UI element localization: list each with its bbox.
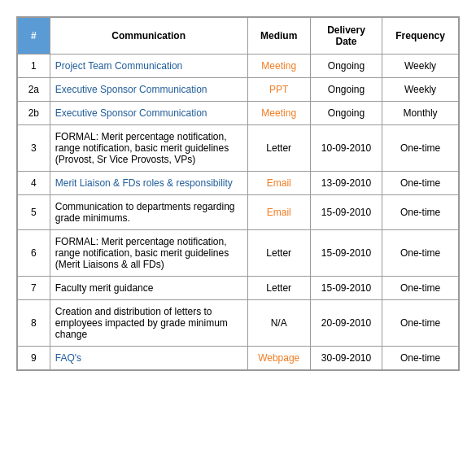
row-communication: Communication to departments regarding g… <box>50 195 247 230</box>
communication-table: # Communication Medium Delivery Date Fre… <box>16 16 460 371</box>
row-medium: Letter <box>247 125 310 172</box>
row-frequency: One-time <box>382 347 459 370</box>
table-row: 1Project Team CommunicationMeetingOngoin… <box>18 55 459 78</box>
row-communication: FORMAL: Merit percentage notification, r… <box>50 125 247 172</box>
row-medium: Letter <box>247 277 310 300</box>
row-medium: Email <box>247 172 310 195</box>
row-frequency: One-time <box>382 172 459 195</box>
row-medium: Letter <box>247 230 310 277</box>
row-frequency: One-time <box>382 125 459 172</box>
row-communication: Creation and distribution of letters to … <box>50 300 247 347</box>
table-row: 3FORMAL: Merit percentage notification, … <box>18 125 459 172</box>
row-medium: Webpage <box>247 347 310 370</box>
table-row: 2bExecutive Sponsor CommunicationMeeting… <box>18 102 459 125</box>
row-communication[interactable]: Merit Liaison & FDs roles & responsibili… <box>50 172 247 195</box>
row-number: 8 <box>18 300 50 347</box>
row-medium: PPT <box>247 78 310 102</box>
table-row: 9FAQ'sWebpage30-09-2010One-time <box>18 347 459 370</box>
row-number: 5 <box>18 195 50 230</box>
row-medium: Email <box>247 195 310 230</box>
row-number: 7 <box>18 277 50 300</box>
row-medium: N/A <box>247 300 310 347</box>
row-communication[interactable]: Project Team Communication <box>50 55 247 78</box>
row-delivery-date: 13-09-2010 <box>310 172 382 195</box>
row-frequency: Monthly <box>382 102 459 125</box>
row-number: 3 <box>18 125 50 172</box>
table-row: 8Creation and distribution of letters to… <box>18 300 459 347</box>
row-medium: Meeting <box>247 55 310 78</box>
row-delivery-date: 15-09-2010 <box>310 230 382 277</box>
row-frequency: One-time <box>382 195 459 230</box>
col-header-delivery-date: Delivery Date <box>310 18 382 55</box>
row-number: 4 <box>18 172 50 195</box>
row-number: 2a <box>18 78 50 102</box>
row-communication: Faculty merit guidance <box>50 277 247 300</box>
table-row: 6FORMAL: Merit percentage notification, … <box>18 230 459 277</box>
row-delivery-date: 30-09-2010 <box>310 347 382 370</box>
row-number: 2b <box>18 102 50 125</box>
table-row: 4Merit Liaison & FDs roles & responsibil… <box>18 172 459 195</box>
table-row: 2aExecutive Sponsor CommunicationPPTOngo… <box>18 78 459 102</box>
row-frequency: One-time <box>382 230 459 277</box>
row-delivery-date: 15-09-2010 <box>310 277 382 300</box>
row-communication[interactable]: Executive Sponsor Communication <box>50 78 247 102</box>
row-number: 6 <box>18 230 50 277</box>
row-delivery-date: Ongoing <box>310 78 382 102</box>
row-frequency: Weekly <box>382 78 459 102</box>
col-header-frequency: Frequency <box>382 18 459 55</box>
row-communication[interactable]: FAQ's <box>50 347 247 370</box>
row-communication[interactable]: Executive Sponsor Communication <box>50 102 247 125</box>
row-communication: FORMAL: Merit percentage notification, r… <box>50 230 247 277</box>
row-frequency: One-time <box>382 300 459 347</box>
row-number: 1 <box>18 55 50 78</box>
row-frequency: One-time <box>382 277 459 300</box>
row-delivery-date: 15-09-2010 <box>310 195 382 230</box>
row-delivery-date: Ongoing <box>310 102 382 125</box>
col-header-communication: Communication <box>50 18 247 55</box>
row-medium: Meeting <box>247 102 310 125</box>
row-delivery-date: Ongoing <box>310 55 382 78</box>
row-delivery-date: 20-09-2010 <box>310 300 382 347</box>
table-row: 7Faculty merit guidanceLetter15-09-2010O… <box>18 277 459 300</box>
row-delivery-date: 10-09-2010 <box>310 125 382 172</box>
col-header-medium: Medium <box>247 18 310 55</box>
row-frequency: Weekly <box>382 55 459 78</box>
table-row: 5Communication to departments regarding … <box>18 195 459 230</box>
col-header-hash: # <box>18 18 50 55</box>
row-number: 9 <box>18 347 50 370</box>
